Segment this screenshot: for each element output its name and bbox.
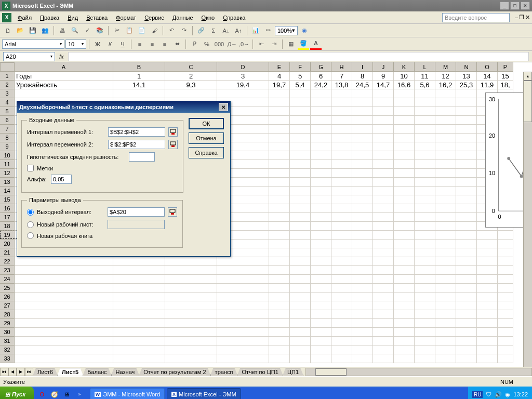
cell-N22[interactable] <box>456 257 477 266</box>
taskbar-item[interactable]: WЭММ - Microsoft Word <box>90 388 165 399</box>
cell-F29[interactable] <box>290 319 311 328</box>
cell-P26[interactable] <box>498 292 513 301</box>
cell-G29[interactable] <box>311 319 331 328</box>
cell-C22[interactable] <box>165 257 217 266</box>
cell-E13[interactable] <box>269 178 290 187</box>
cell-G33[interactable] <box>311 354 331 363</box>
formula-input[interactable] <box>68 52 529 61</box>
cell-N9[interactable] <box>456 142 477 151</box>
cell-E25[interactable] <box>269 284 290 292</box>
cell-D27[interactable] <box>217 301 269 310</box>
cell-I26[interactable] <box>352 292 373 301</box>
cell-F2[interactable]: 5,4 <box>290 81 311 89</box>
cell-K25[interactable] <box>394 284 415 292</box>
cell-J25[interactable] <box>373 284 394 292</box>
cell-I12[interactable] <box>352 169 373 178</box>
cell-L10[interactable] <box>415 151 435 160</box>
cell-J7[interactable] <box>373 125 394 134</box>
cell-K5[interactable] <box>394 107 415 116</box>
cell-P27[interactable] <box>498 301 513 310</box>
cell-P2[interactable]: 18, <box>498 81 513 89</box>
cell-F1[interactable]: 5 <box>290 72 311 81</box>
research-icon[interactable]: 📚 <box>94 25 105 36</box>
cell-D31[interactable] <box>217 337 269 345</box>
cell-F32[interactable] <box>290 345 311 354</box>
cell-M7[interactable] <box>435 125 456 134</box>
cell-I22[interactable] <box>352 257 373 266</box>
cell-H17[interactable] <box>331 213 352 222</box>
cell-K19[interactable] <box>394 231 415 240</box>
cell-H31[interactable] <box>331 337 352 345</box>
cell-F26[interactable] <box>290 292 311 301</box>
cell-L17[interactable] <box>415 213 435 222</box>
cell-B27[interactable] <box>113 301 165 310</box>
font-color-icon[interactable]: A <box>310 38 322 50</box>
cell-D2[interactable]: 19,4 <box>217 81 269 89</box>
cell-L5[interactable] <box>415 107 435 116</box>
cell-C2[interactable]: 9,3 <box>165 81 217 89</box>
cell-E7[interactable] <box>269 125 290 134</box>
cell-F31[interactable] <box>290 337 311 345</box>
cell-A30[interactable] <box>15 328 113 337</box>
col-header-L[interactable]: L <box>415 62 435 72</box>
cell-M19[interactable] <box>435 231 456 240</box>
cell-C28[interactable] <box>165 310 217 319</box>
cell-K11[interactable] <box>394 160 415 169</box>
cell-H19[interactable] <box>331 231 352 240</box>
new-icon[interactable]: 🗋 <box>2 25 14 36</box>
cell-L12[interactable] <box>415 169 435 178</box>
cell-E12[interactable] <box>269 169 290 178</box>
cell-I13[interactable] <box>352 178 373 187</box>
cell-L21[interactable] <box>415 248 435 257</box>
labels-checkbox[interactable] <box>27 165 34 171</box>
cell-B31[interactable] <box>113 337 165 345</box>
cell-I21[interactable] <box>352 248 373 257</box>
cell-L23[interactable] <box>415 266 435 275</box>
cell-E33[interactable] <box>269 354 290 363</box>
menu-Вид[interactable]: Вид <box>63 14 82 22</box>
cell-G22[interactable] <box>311 257 331 266</box>
cell-N8[interactable] <box>456 134 477 142</box>
paste-icon[interactable]: 📄 <box>136 25 148 36</box>
cell-M1[interactable]: 12 <box>435 72 456 81</box>
cell-F12[interactable] <box>290 169 311 178</box>
cell-K27[interactable] <box>394 301 415 310</box>
cell-A26[interactable] <box>15 292 113 301</box>
menu-Справка[interactable]: Справка <box>219 14 249 22</box>
currency-icon[interactable]: ₽ <box>189 38 200 50</box>
cell-N7[interactable] <box>456 125 477 134</box>
cell-L7[interactable] <box>415 125 435 134</box>
row-header-20[interactable]: 20 <box>0 240 15 248</box>
var2-input[interactable] <box>108 140 165 149</box>
cell-B30[interactable] <box>113 328 165 337</box>
cell-I1[interactable]: 8 <box>352 72 373 81</box>
cell-K31[interactable] <box>394 337 415 345</box>
cell-P19[interactable] <box>498 231 513 240</box>
clock[interactable]: 13:22 <box>513 391 528 397</box>
cell-O29[interactable] <box>477 319 498 328</box>
row-header-32[interactable]: 32 <box>0 345 15 354</box>
cell-I27[interactable] <box>352 301 373 310</box>
row-header-13[interactable]: 13 <box>0 178 15 187</box>
cell-M21[interactable] <box>435 248 456 257</box>
cell-P1[interactable]: 15 <box>498 72 513 81</box>
cell-J13[interactable] <box>373 178 394 187</box>
cell-I29[interactable] <box>352 319 373 328</box>
cell-N23[interactable] <box>456 266 477 275</box>
cell-N20[interactable] <box>456 240 477 248</box>
cell-L15[interactable] <box>415 195 435 204</box>
cell-I2[interactable]: 24,5 <box>352 81 373 89</box>
cell-I8[interactable] <box>352 134 373 142</box>
row-header-30[interactable]: 30 <box>0 328 15 337</box>
cell-K7[interactable] <box>394 125 415 134</box>
cell-K15[interactable] <box>394 195 415 204</box>
cell-E18[interactable] <box>269 222 290 231</box>
cell-M9[interactable] <box>435 142 456 151</box>
cell-G3[interactable] <box>311 89 331 98</box>
cell-O26[interactable] <box>477 292 498 301</box>
cell-E20[interactable] <box>269 240 290 248</box>
cell-M14[interactable] <box>435 187 456 195</box>
cell-E19[interactable] <box>269 231 290 240</box>
cell-E9[interactable] <box>269 142 290 151</box>
cell-F13[interactable] <box>290 178 311 187</box>
